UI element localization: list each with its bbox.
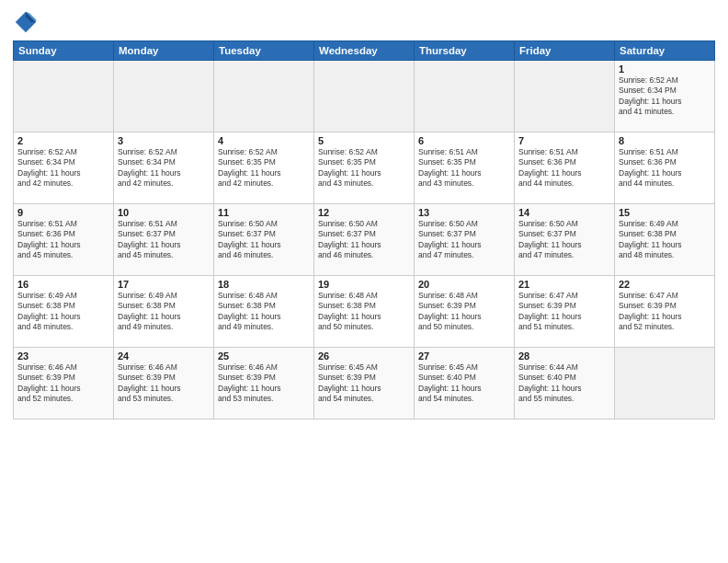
calendar-cell: 18Sunrise: 6:48 AM Sunset: 6:38 PM Dayli… [214,276,314,348]
day-info: Sunrise: 6:44 AM Sunset: 6:40 PM Dayligh… [518,362,610,405]
day-number: 11 [218,207,310,218]
day-number: 2 [17,135,109,146]
calendar-cell: 5Sunrise: 6:52 AM Sunset: 6:35 PM Daylig… [314,132,415,204]
day-number: 6 [418,135,510,146]
header-sunday: Sunday [14,41,114,61]
day-info: Sunrise: 6:52 AM Sunset: 6:34 PM Dayligh… [17,147,109,190]
day-number: 25 [218,350,310,362]
calendar-cell [214,61,314,132]
calendar-cell [314,61,415,132]
calendar-cell [14,61,114,132]
day-info: Sunrise: 6:52 AM Sunset: 6:35 PM Dayligh… [318,147,410,190]
calendar-cell: 3Sunrise: 6:52 AM Sunset: 6:34 PM Daylig… [114,132,214,204]
calendar-cell: 14Sunrise: 6:50 AM Sunset: 6:37 PM Dayli… [515,204,615,276]
day-number: 28 [518,350,610,362]
calendar-cell: 20Sunrise: 6:48 AM Sunset: 6:39 PM Dayli… [415,276,515,348]
calendar-cell: 4Sunrise: 6:52 AM Sunset: 6:35 PM Daylig… [214,132,314,204]
calendar-cell: 26Sunrise: 6:45 AM Sunset: 6:39 PM Dayli… [314,348,415,419]
calendar-header-row: SundayMondayTuesdayWednesdayThursdayFrid… [14,41,715,61]
calendar-cell: 11Sunrise: 6:50 AM Sunset: 6:37 PM Dayli… [214,204,314,276]
header-monday: Monday [114,41,214,61]
calendar-week-5: 23Sunrise: 6:46 AM Sunset: 6:39 PM Dayli… [14,348,715,419]
calendar-cell: 1Sunrise: 6:52 AM Sunset: 6:34 PM Daylig… [615,61,715,132]
day-info: Sunrise: 6:45 AM Sunset: 6:40 PM Dayligh… [418,362,510,405]
calendar-week-3: 9Sunrise: 6:51 AM Sunset: 6:36 PM Daylig… [14,204,715,276]
day-info: Sunrise: 6:48 AM Sunset: 6:38 PM Dayligh… [318,291,410,333]
calendar-table: SundayMondayTuesdayWednesdayThursdayFrid… [13,40,715,419]
day-number: 1 [619,63,711,75]
day-number: 5 [318,135,410,146]
calendar-week-1: 1Sunrise: 6:52 AM Sunset: 6:34 PM Daylig… [14,61,715,132]
calendar-cell: 25Sunrise: 6:46 AM Sunset: 6:39 PM Dayli… [214,348,314,419]
day-info: Sunrise: 6:51 AM Sunset: 6:36 PM Dayligh… [17,219,109,261]
calendar-cell: 13Sunrise: 6:50 AM Sunset: 6:37 PM Dayli… [415,204,515,276]
calendar-cell [515,61,615,132]
day-info: Sunrise: 6:52 AM Sunset: 6:35 PM Dayligh… [218,147,310,190]
day-info: Sunrise: 6:52 AM Sunset: 6:34 PM Dayligh… [118,147,210,190]
day-info: Sunrise: 6:51 AM Sunset: 6:36 PM Dayligh… [619,147,711,190]
calendar-cell: 16Sunrise: 6:49 AM Sunset: 6:38 PM Dayli… [14,276,114,348]
day-number: 21 [518,279,610,290]
header-tuesday: Tuesday [214,41,314,61]
page-header [13,9,715,35]
day-number: 4 [218,135,310,146]
day-info: Sunrise: 6:50 AM Sunset: 6:37 PM Dayligh… [418,219,510,261]
day-number: 12 [318,207,410,218]
day-info: Sunrise: 6:50 AM Sunset: 6:37 PM Dayligh… [318,219,410,261]
logo [13,9,42,35]
calendar-week-4: 16Sunrise: 6:49 AM Sunset: 6:38 PM Dayli… [14,276,715,348]
day-info: Sunrise: 6:51 AM Sunset: 6:37 PM Dayligh… [118,219,210,261]
day-info: Sunrise: 6:47 AM Sunset: 6:39 PM Dayligh… [518,291,610,333]
day-info: Sunrise: 6:48 AM Sunset: 6:39 PM Dayligh… [418,291,510,333]
calendar-cell: 27Sunrise: 6:45 AM Sunset: 6:40 PM Dayli… [415,348,515,419]
calendar-cell: 17Sunrise: 6:49 AM Sunset: 6:38 PM Dayli… [114,276,214,348]
day-number: 20 [418,279,510,290]
day-number: 7 [518,135,610,146]
day-info: Sunrise: 6:49 AM Sunset: 6:38 PM Dayligh… [619,219,711,261]
day-info: Sunrise: 6:51 AM Sunset: 6:36 PM Dayligh… [518,147,610,190]
calendar-cell: 15Sunrise: 6:49 AM Sunset: 6:38 PM Dayli… [615,204,715,276]
day-info: Sunrise: 6:46 AM Sunset: 6:39 PM Dayligh… [17,362,109,405]
day-info: Sunrise: 6:49 AM Sunset: 6:38 PM Dayligh… [17,291,109,333]
day-info: Sunrise: 6:49 AM Sunset: 6:38 PM Dayligh… [118,291,210,333]
calendar-cell: 7Sunrise: 6:51 AM Sunset: 6:36 PM Daylig… [515,132,615,204]
header-thursday: Thursday [415,41,515,61]
header-friday: Friday [515,41,615,61]
calendar-cell [415,61,515,132]
day-number: 14 [518,207,610,218]
calendar-cell: 12Sunrise: 6:50 AM Sunset: 6:37 PM Dayli… [314,204,415,276]
day-info: Sunrise: 6:45 AM Sunset: 6:39 PM Dayligh… [318,362,410,405]
calendar-cell: 21Sunrise: 6:47 AM Sunset: 6:39 PM Dayli… [515,276,615,348]
day-info: Sunrise: 6:46 AM Sunset: 6:39 PM Dayligh… [218,362,310,405]
header-wednesday: Wednesday [314,41,415,61]
day-number: 19 [318,279,410,290]
day-info: Sunrise: 6:50 AM Sunset: 6:37 PM Dayligh… [218,219,310,261]
calendar-cell [615,348,715,419]
day-info: Sunrise: 6:46 AM Sunset: 6:39 PM Dayligh… [118,362,210,405]
calendar-cell [114,61,214,132]
calendar-cell: 22Sunrise: 6:47 AM Sunset: 6:39 PM Dayli… [615,276,715,348]
day-number: 23 [17,350,109,362]
day-number: 18 [218,279,310,290]
logo-icon [13,9,39,35]
calendar-cell: 23Sunrise: 6:46 AM Sunset: 6:39 PM Dayli… [14,348,114,419]
calendar-week-2: 2Sunrise: 6:52 AM Sunset: 6:34 PM Daylig… [14,132,715,204]
calendar-cell: 28Sunrise: 6:44 AM Sunset: 6:40 PM Dayli… [515,348,615,419]
day-number: 22 [619,279,711,290]
day-number: 9 [17,207,109,218]
day-info: Sunrise: 6:51 AM Sunset: 6:35 PM Dayligh… [418,147,510,190]
day-number: 10 [118,207,210,218]
calendar-cell: 19Sunrise: 6:48 AM Sunset: 6:38 PM Dayli… [314,276,415,348]
day-number: 16 [17,279,109,290]
calendar-cell: 6Sunrise: 6:51 AM Sunset: 6:35 PM Daylig… [415,132,515,204]
day-number: 27 [418,350,510,362]
day-info: Sunrise: 6:50 AM Sunset: 6:37 PM Dayligh… [518,219,610,261]
calendar-cell: 2Sunrise: 6:52 AM Sunset: 6:34 PM Daylig… [14,132,114,204]
day-number: 3 [118,135,210,146]
day-info: Sunrise: 6:52 AM Sunset: 6:34 PM Dayligh… [619,75,711,118]
day-number: 26 [318,350,410,362]
day-number: 15 [619,207,711,218]
header-saturday: Saturday [615,41,715,61]
day-number: 13 [418,207,510,218]
day-number: 8 [619,135,711,146]
